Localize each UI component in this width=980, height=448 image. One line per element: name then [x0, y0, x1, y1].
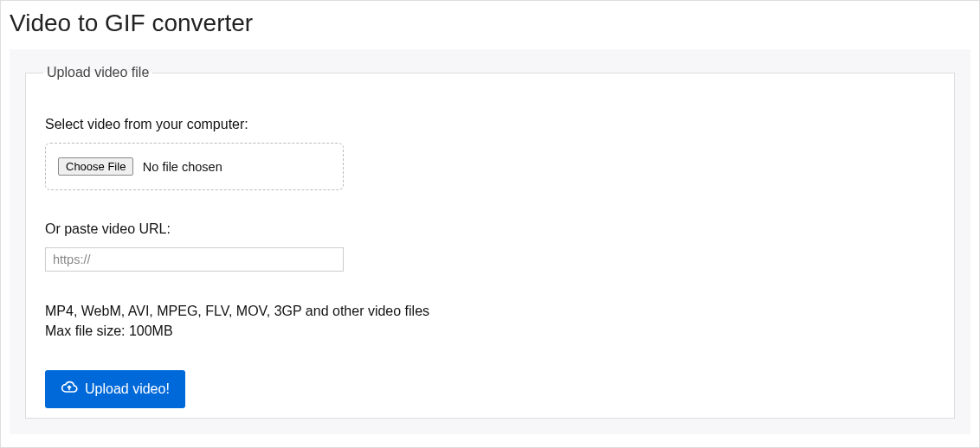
max-file-size-text: Max file size: 100MB	[45, 321, 935, 341]
choose-file-button[interactable]: Choose File	[58, 157, 133, 176]
video-url-input[interactable]	[45, 247, 344, 272]
main-panel: Upload video file Select video from your…	[10, 49, 970, 434]
file-dropzone[interactable]: Choose File No file chosen	[45, 143, 344, 190]
cloud-upload-icon	[61, 379, 78, 400]
file-status-text: No file chosen	[143, 160, 222, 174]
upload-legend: Upload video file	[43, 65, 152, 80]
info-block: MP4, WebM, AVI, MPEG, FLV, MOV, 3GP and …	[45, 301, 935, 341]
upload-video-button[interactable]: Upload video!	[45, 370, 185, 408]
page-title: Video to GIF converter	[1, 1, 979, 49]
paste-url-label: Or paste video URL:	[45, 221, 935, 237]
upload-button-label: Upload video!	[85, 381, 170, 397]
supported-formats-text: MP4, WebM, AVI, MPEG, FLV, MOV, 3GP and …	[45, 301, 935, 321]
select-video-label: Select video from your computer:	[45, 117, 935, 132]
upload-fieldset: Upload video file Select video from your…	[25, 65, 955, 419]
